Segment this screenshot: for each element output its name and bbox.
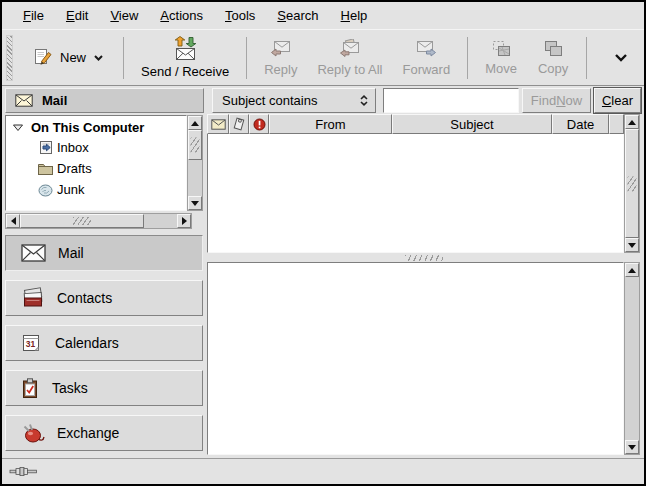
arrow-up-icon: [628, 264, 636, 273]
arrow-down-icon: [628, 243, 636, 252]
search-query-input[interactable]: [383, 88, 519, 113]
thumb-grip: [628, 176, 637, 191]
scroll-up-button[interactable]: [625, 263, 639, 277]
tree-item-junk[interactable]: Junk: [6, 179, 186, 200]
forward-label: Forward: [402, 62, 450, 77]
search-criteria-dropdown[interactable]: Subject contains: [212, 88, 376, 113]
tree-root-on-this-computer[interactable]: On This Computer: [6, 116, 186, 137]
message-list-header: From Subject Date: [207, 114, 624, 134]
reply-label: Reply: [264, 62, 297, 77]
tree-root-label: On This Computer: [31, 120, 144, 135]
scroll-down-button[interactable]: [188, 196, 202, 210]
scroll-down-button[interactable]: [625, 238, 639, 252]
toolbar: New Send / Receive: [2, 29, 644, 86]
shortcut-calendars-button[interactable]: 31 Calendars: [5, 325, 203, 361]
chevron-down-icon: [614, 53, 628, 62]
menu-tools[interactable]: Tools: [214, 4, 266, 27]
tree-item-drafts[interactable]: Drafts: [6, 158, 186, 179]
column-subject[interactable]: Subject: [392, 114, 552, 134]
move-icon: [490, 40, 512, 58]
shortcut-exchange-button[interactable]: Exchange: [5, 415, 203, 451]
forward-button[interactable]: Forward: [392, 35, 460, 81]
arrow-up-icon: [628, 116, 636, 125]
toolbar-separator: [467, 37, 468, 79]
column-from[interactable]: From: [269, 114, 392, 134]
calendar-day-number: 31: [26, 339, 36, 349]
tree-item-label: Junk: [57, 182, 84, 197]
scroll-left-button[interactable]: [6, 214, 20, 228]
scrollbar-thumb[interactable]: [188, 130, 202, 160]
menu-help[interactable]: Help: [330, 4, 379, 27]
online-status-connector-icon[interactable]: [9, 465, 39, 478]
scrollbar-trough[interactable]: [625, 277, 639, 440]
shortcut-label: Exchange: [57, 425, 119, 441]
scrollbar-thumb[interactable]: [20, 214, 144, 228]
message-status-icon: [211, 119, 226, 130]
shortcut-mail-button[interactable]: Mail: [5, 235, 203, 271]
chevron-down-icon: [93, 54, 104, 62]
preview-vertical-scrollbar[interactable]: [624, 262, 640, 455]
move-button[interactable]: Move: [475, 36, 527, 80]
reply-to-all-button[interactable]: Reply to All: [307, 35, 392, 81]
new-button-label: New: [60, 50, 86, 65]
scrollbar-trough[interactable]: [144, 214, 177, 228]
scroll-up-button[interactable]: [625, 115, 639, 129]
message-list-vertical-scrollbar[interactable]: [624, 114, 640, 253]
new-button[interactable]: New: [21, 42, 116, 73]
column-subject-label: Subject: [450, 117, 493, 132]
combo-arrow-icon: [359, 95, 369, 106]
toolbar-drag-handle[interactable]: [6, 35, 13, 81]
calendar-icon: 31: [21, 332, 43, 354]
arrow-left-icon: [7, 217, 16, 225]
folder-icon: [37, 162, 54, 176]
clear-button[interactable]: Clear: [594, 88, 641, 113]
copy-icon: [542, 40, 564, 58]
menu-edit[interactable]: Edit: [55, 4, 99, 27]
menu-actions[interactable]: Actions: [149, 4, 214, 27]
toolbar-separator: [123, 37, 124, 79]
send-receive-icon: [172, 36, 199, 61]
toolbar-overflow-button[interactable]: [604, 44, 638, 71]
column-attachment[interactable]: [229, 114, 249, 134]
evolution-main-window: File Edit View Actions Tools Search Help…: [0, 0, 646, 486]
pane-splitter[interactable]: [207, 253, 640, 262]
shortcut-contacts-button[interactable]: Contacts: [5, 280, 203, 316]
tree-item-label: Inbox: [57, 140, 89, 155]
column-date[interactable]: Date: [552, 114, 609, 134]
column-priority[interactable]: [249, 114, 269, 134]
priority-icon: [253, 118, 266, 131]
scroll-right-button[interactable]: [177, 214, 191, 228]
folder-tree: On This Computer Inbox Drafts: [5, 115, 187, 211]
folder-tree-vertical-scrollbar[interactable]: [187, 115, 203, 211]
folder-tree-horizontal-scrollbar[interactable]: [5, 213, 192, 229]
thumb-grip: [191, 138, 200, 153]
preview-pane[interactable]: [207, 262, 624, 455]
move-label: Move: [485, 61, 517, 76]
column-from-label: From: [315, 117, 345, 132]
splitter-grip-icon: [405, 255, 443, 261]
tree-item-inbox[interactable]: Inbox: [6, 137, 186, 158]
shortcut-tasks-button[interactable]: Tasks: [5, 370, 203, 406]
message-list-body[interactable]: [207, 134, 624, 253]
menu-search[interactable]: Search: [266, 4, 329, 27]
menubar: File Edit View Actions Tools Search Help: [2, 2, 644, 29]
column-date-label: Date: [567, 117, 594, 132]
junk-icon: [37, 183, 54, 197]
scroll-down-button[interactable]: [625, 440, 639, 454]
attachment-icon: [232, 117, 246, 131]
reply-button[interactable]: Reply: [254, 35, 307, 81]
scroll-up-button[interactable]: [188, 116, 202, 130]
scrollbar-thumb[interactable]: [625, 129, 639, 238]
copy-button[interactable]: Copy: [527, 36, 579, 80]
folder-pane-header: Mail: [5, 88, 204, 113]
shortcut-label: Calendars: [55, 335, 119, 351]
find-now-button[interactable]: Find Now: [522, 88, 591, 113]
column-message-status[interactable]: [207, 114, 229, 134]
menu-view[interactable]: View: [99, 4, 149, 27]
arrow-down-icon: [191, 201, 199, 210]
expander-triangle-icon[interactable]: [12, 124, 24, 132]
scrollbar-trough[interactable]: [188, 160, 202, 196]
menu-file[interactable]: File: [12, 4, 55, 27]
send-receive-button[interactable]: Send / Receive: [131, 32, 239, 83]
tasks-clipboard-icon: [21, 378, 40, 399]
